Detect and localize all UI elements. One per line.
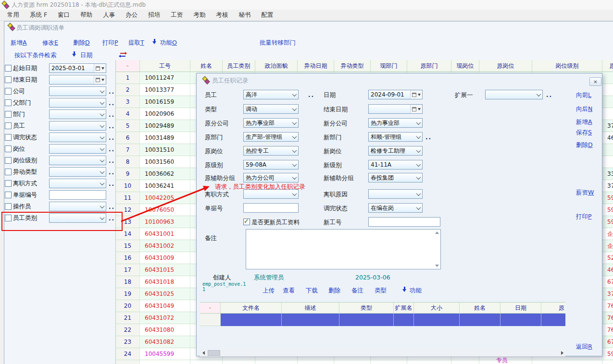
filter-control-2[interactable]	[49, 86, 106, 96]
menu-item-9[interactable]: 考核	[211, 10, 233, 20]
extension-combo[interactable]	[485, 90, 543, 99]
back-button[interactable]: 返回R	[576, 343, 592, 351]
toolbar-button-3[interactable]: 打印P	[102, 39, 118, 47]
file-col-文件名[interactable]: 文件名	[221, 302, 282, 314]
file-col-描述[interactable]: 描述	[282, 302, 339, 314]
side-button-保存S[interactable]: 保存S	[576, 129, 592, 137]
attach-button-上传[interactable]: 上传	[263, 287, 275, 295]
filter-control-3[interactable]	[49, 98, 106, 108]
filter-checkbox-1[interactable]	[5, 76, 12, 83]
field-新分公司-dropdown-icon[interactable]	[415, 121, 422, 125]
filter-control-10-dropdown-icon[interactable]	[99, 182, 106, 185]
filter-checkbox-8[interactable]	[5, 157, 12, 164]
menu-item-10[interactable]: 秘书	[233, 10, 256, 20]
scroll-right-icon[interactable]	[559, 350, 565, 356]
filter-more-7[interactable]: ..	[109, 146, 115, 153]
swap-columns-icon[interactable]	[119, 51, 127, 57]
filter-control-1-calendar-icon[interactable]	[94, 75, 106, 84]
field-新部门-dropdown-icon[interactable]	[415, 135, 422, 139]
filter-control-7[interactable]	[49, 144, 106, 154]
field-类型[interactable]: 调动	[243, 104, 299, 114]
attach-button-备注[interactable]: 备注	[351, 287, 363, 295]
grid-col-异动类型[interactable]: 异动类型	[334, 60, 371, 72]
grid-col-原岗位级别[interactable]: 原岗位级别	[602, 60, 613, 72]
grid-col--[interactable]: -	[116, 60, 140, 72]
field-结束日期[interactable]	[368, 104, 423, 114]
menu-item-3[interactable]: 帮助	[75, 10, 98, 20]
filter-more-9[interactable]: ..	[109, 169, 115, 176]
filter-more-13[interactable]: ..	[109, 215, 115, 222]
field-原级别[interactable]: 59-08A	[243, 160, 299, 170]
filter-checkbox-3[interactable]	[5, 99, 12, 106]
filter-control-7-dropdown-icon[interactable]	[99, 147, 106, 151]
filter-control-5-dropdown-icon[interactable]	[99, 124, 106, 128]
filter-control-6[interactable]	[49, 133, 106, 142]
filter-control-0[interactable]: 2025-03-01	[49, 63, 106, 73]
filter-control-3-dropdown-icon[interactable]	[99, 101, 106, 105]
menu-item-8[interactable]: 考勤	[188, 10, 211, 20]
attach-button-查看[interactable]: 查看	[283, 287, 295, 295]
toolbar-button-4[interactable]: 提取T	[128, 39, 144, 47]
toolbar-button-1[interactable]: 修改E	[42, 39, 58, 47]
field-新部门[interactable]: 和顺-管理组	[368, 132, 423, 142]
field-原岗位-dropdown-icon[interactable]	[291, 149, 298, 153]
field-新级别[interactable]: 41-11A	[368, 160, 423, 170]
field-离职方式-dropdown-icon[interactable]	[291, 193, 298, 196]
grid-col-工号[interactable]: 工号	[140, 60, 190, 72]
grid-col-原岗位[interactable]: 原岗位	[479, 60, 532, 72]
scroll-left-icon[interactable]	[200, 350, 207, 356]
field-原辅助分组[interactable]: 热力分公司	[243, 173, 299, 182]
grid-col-异动日期[interactable]: 异动日期	[298, 60, 334, 72]
filter-checkbox-11[interactable]	[5, 192, 12, 198]
filter-more-12[interactable]: ..	[109, 204, 115, 210]
filter-checkbox-10[interactable]	[5, 180, 12, 187]
side-button-薪资W[interactable]: 薪资W	[576, 189, 594, 197]
filter-checkbox-13[interactable]	[5, 215, 12, 221]
filter-control-9[interactable]	[49, 167, 106, 177]
field-结束日期-calendar-icon[interactable]	[410, 105, 422, 113]
field-离职原因[interactable]	[368, 189, 423, 199]
attach-button-类型[interactable]: 类型	[375, 287, 387, 295]
remark-textarea[interactable]	[246, 229, 441, 269]
filter-checkbox-4[interactable]	[5, 111, 12, 118]
field-原分公司-dropdown-icon[interactable]	[291, 121, 298, 125]
toolbar-button-0[interactable]: 新增A	[11, 39, 27, 47]
field-新级别-dropdown-icon[interactable]	[415, 163, 422, 167]
field-类型-dropdown-icon[interactable]	[291, 108, 298, 111]
filter-control-9-dropdown-icon[interactable]	[99, 170, 106, 174]
grid-col-员工类别[interactable]: 员工类别	[223, 60, 255, 72]
field-原辅助分组-dropdown-icon[interactable]	[291, 176, 298, 180]
field-新岗位[interactable]: 检修专工助理	[368, 146, 423, 156]
batch-transfer-button[interactable]: 批量转移部门	[260, 39, 296, 47]
menu-item-4[interactable]: 人事	[98, 10, 120, 20]
filter-more-4[interactable]: ..	[109, 111, 115, 118]
field-more-r3[interactable]: ..	[425, 134, 432, 141]
filter-more-5[interactable]: ..	[109, 123, 115, 130]
file-col--[interactable]: -	[200, 302, 221, 314]
field-原部门[interactable]: 生产部-管理组	[243, 132, 299, 142]
field-员工-dropdown-icon[interactable]	[291, 93, 298, 97]
close-icon[interactable]: ✕	[589, 77, 601, 86]
filter-control-8-dropdown-icon[interactable]	[99, 159, 106, 162]
attach-func-button[interactable]: 功能	[410, 287, 422, 295]
filter-more-3[interactable]: ..	[109, 100, 115, 107]
dialog-hscrollbar[interactable]	[200, 350, 565, 356]
filter-control-1[interactable]	[49, 75, 106, 85]
filter-checkbox-7[interactable]	[5, 146, 12, 152]
attach-button-下载[interactable]: 下载	[306, 287, 318, 295]
menu-item-0[interactable]: 常用	[2, 10, 25, 20]
side-button-新增A[interactable]: 新增A	[576, 118, 592, 126]
menu-item-7[interactable]: 工资	[165, 10, 188, 20]
filter-control-12-dropdown-icon[interactable]	[99, 205, 106, 208]
menu-item-11[interactable]: 配置	[256, 10, 278, 20]
grid-col-现部门[interactable]: 现部门	[371, 60, 407, 72]
attach-button-删除[interactable]: 删除	[328, 287, 340, 295]
filter-control-4-dropdown-icon[interactable]	[99, 113, 106, 116]
extension-more-button[interactable]: ..	[546, 92, 552, 98]
grid-col-姓名[interactable]: 姓名	[190, 60, 223, 72]
side-button-向后N[interactable]: 向后N	[576, 105, 592, 113]
filter-checkbox-0[interactable]	[5, 65, 12, 72]
menu-item-1[interactable]: 系统 F	[25, 10, 52, 20]
file-col-原[interactable]: 原	[541, 302, 565, 314]
filter-more-6[interactable]: ..	[109, 134, 115, 141]
